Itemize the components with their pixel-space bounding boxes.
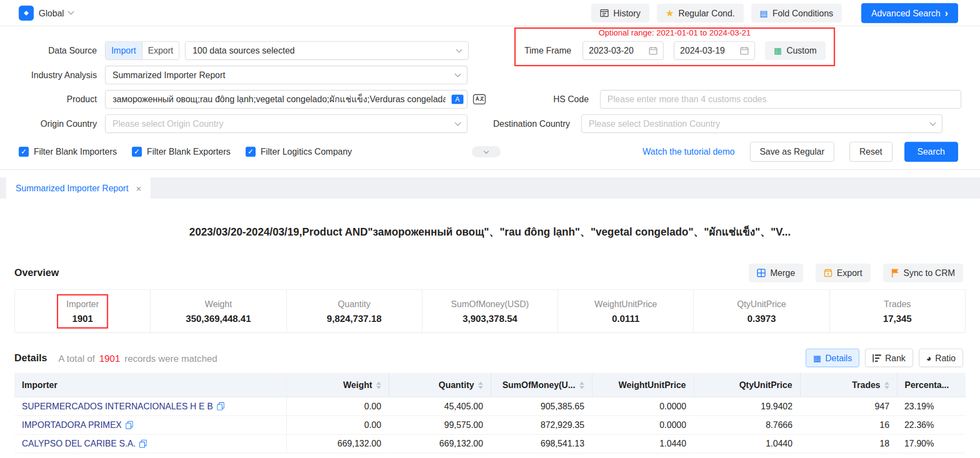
filter-blank-exporters-checkbox[interactable]: Filter Blank Exporters: [132, 147, 230, 157]
copy-icon[interactable]: [217, 402, 224, 410]
checkbox-label: Filter Logitics Company: [260, 147, 352, 157]
importer-cell[interactable]: SUPERMERCADOS INTERNACIONALES H E B: [14, 397, 286, 415]
search-button[interactable]: Search: [904, 142, 958, 162]
save-as-regular-button[interactable]: Save as Regular: [750, 142, 835, 162]
tab-summarized-importer-report[interactable]: Summarized Importer Report ×: [6, 178, 150, 199]
overview-title: Overview: [14, 267, 59, 279]
reset-button[interactable]: Reset: [849, 142, 892, 162]
checkbox-checked-icon[interactable]: [132, 147, 142, 157]
form-row-industry: Industry Analysis Summarized Importer Re…: [0, 66, 980, 84]
importer-name[interactable]: IMPORTADORA PRIMEX: [22, 420, 122, 430]
checkbox-label: Filter Blank Exporters: [147, 147, 231, 157]
column-label: SumOfMoney(U...: [503, 380, 575, 390]
sort-icon[interactable]: [478, 381, 483, 389]
sort-icon[interactable]: [376, 381, 381, 389]
copy-icon[interactable]: [139, 440, 147, 448]
col-weight[interactable]: Weight: [286, 373, 388, 396]
result-tabbar: Summarized Importer Report ×: [0, 178, 980, 199]
start-date-input[interactable]: 2023-03-20: [582, 41, 664, 60]
stat-value: 350,369,448.41: [186, 313, 251, 323]
filter-blank-importers-checkbox[interactable]: Filter Blank Importers: [19, 147, 116, 157]
stat-label: Importer: [66, 299, 99, 309]
sync-to-crm-button[interactable]: Sync to CRM: [883, 263, 963, 282]
view-rank-button[interactable]: Rank: [865, 349, 913, 367]
origin-country-select[interactable]: Please select Origin Country: [105, 114, 468, 133]
product-input[interactable]: [105, 90, 468, 109]
tutorial-demo-link[interactable]: Watch the tutorial demo: [643, 147, 734, 157]
star-icon: ★: [666, 8, 674, 17]
industry-analysis-value: Summarized Importer Report: [113, 70, 225, 80]
input-method-icon[interactable]: [472, 92, 486, 106]
col-quantity[interactable]: Quantity: [389, 373, 491, 396]
chevron-right-icon: ›: [945, 7, 948, 19]
col-importer: Importer: [14, 373, 286, 396]
table-row[interactable]: CALYPSO DEL CARIBE S.A. 669,132.00 669,1…: [14, 434, 965, 453]
fold-conditions-button[interactable]: ▤ Fold Conditions: [751, 3, 842, 22]
importer-cell[interactable]: IMPORTADORA PRIMEX: [14, 415, 286, 434]
stat-qty-unit-price: QtyUnitPrice 0.3973: [693, 290, 829, 332]
history-button[interactable]: History: [592, 3, 650, 22]
details-table: Importer Weight Quantity SumOfMoney(U...…: [14, 373, 965, 453]
col-trades[interactable]: Trades: [800, 373, 897, 396]
view-details-button[interactable]: ▦ Details: [806, 349, 859, 367]
regular-cond-button[interactable]: ★ Regular Cond.: [657, 3, 744, 22]
start-date-value: 2023-03-20: [589, 45, 634, 55]
form-row-datasource: Data Source Import Export 100 data sourc…: [0, 41, 980, 60]
table-row[interactable]: IMPORTADORA PRIMEX 0.00 99,575.00 872,92…: [14, 415, 965, 434]
import-toggle[interactable]: Import: [106, 42, 142, 60]
importer-cell[interactable]: CALYPSO DEL CARIBE S.A.: [14, 434, 286, 453]
quantity-cell: 45,405.00: [389, 397, 491, 415]
product-field-wrap: A: [105, 90, 468, 109]
col-sum-of-money[interactable]: SumOfMoney(U...: [491, 373, 592, 396]
calendar-icon: [740, 46, 749, 55]
checkbox-checked-icon[interactable]: [246, 147, 255, 157]
button-label: Regular Cond.: [678, 8, 734, 17]
sort-icon[interactable]: [579, 381, 584, 389]
collapse-form-button[interactable]: [472, 146, 501, 157]
translate-icon[interactable]: A: [451, 95, 464, 104]
data-source-select[interactable]: 100 data sources selected: [185, 41, 469, 60]
overview-stats: Importer 1901 Weight 350,369,448.41 Quan…: [14, 289, 965, 333]
button-label: Custom: [786, 45, 816, 55]
table-grid-icon: ▦: [813, 354, 821, 362]
percentage-cell: 23.19%: [897, 397, 966, 415]
stat-quantity: Quantity 9,824,737.18: [286, 290, 422, 332]
product-label: Product: [6, 95, 97, 104]
records-summary: A total of 1901 records were matched: [59, 353, 217, 363]
calendar-grid-icon: ▦: [774, 46, 782, 55]
custom-range-button[interactable]: ▦ Custom: [765, 41, 825, 60]
close-icon[interactable]: ×: [136, 183, 142, 193]
export-toggle[interactable]: Export: [142, 42, 179, 60]
merge-icon: [757, 268, 766, 277]
sum-cell: 698,541.13: [491, 434, 592, 453]
summary-prefix: A total of: [59, 353, 95, 363]
destination-country-select[interactable]: Please select Destination Country: [581, 114, 943, 133]
data-source-value: 100 data sources selected: [192, 45, 295, 55]
button-label: Fold Conditions: [772, 8, 833, 17]
end-date-input[interactable]: 2024-03-19: [674, 41, 755, 60]
calendar-icon: [649, 46, 657, 55]
importer-name[interactable]: CALYPSO DEL CARIBE S.A.: [22, 438, 136, 448]
stat-label: Weight: [205, 299, 232, 309]
importer-name[interactable]: SUPERMERCADOS INTERNACIONALES H E B: [22, 401, 213, 411]
flag-icon: [891, 268, 899, 277]
chevron-down-icon: [454, 71, 460, 77]
checkbox-checked-icon[interactable]: [19, 147, 28, 157]
view-ratio-button[interactable]: ◕ Ratio: [919, 349, 963, 367]
origin-country-label: Origin Country: [6, 119, 97, 128]
sort-icon[interactable]: [884, 381, 889, 389]
merge-button[interactable]: Merge: [749, 263, 803, 282]
table-header-row: Importer Weight Quantity SumOfMoney(U...…: [14, 373, 965, 396]
filter-logistics-company-checkbox[interactable]: Filter Logitics Company: [246, 147, 352, 157]
export-button[interactable]: Export: [815, 263, 870, 282]
copy-icon[interactable]: [125, 421, 133, 429]
table-row[interactable]: SUPERMERCADOS INTERNACIONALES H E B 0.00…: [14, 397, 965, 415]
button-label: Ratio: [935, 353, 955, 363]
industry-analysis-select[interactable]: Summarized Importer Report: [105, 66, 468, 84]
hs-code-input[interactable]: [600, 90, 961, 109]
region-selector[interactable]: ◆ Global: [19, 5, 73, 20]
form-footer: Filter Blank Importers Filter Blank Expo…: [0, 142, 980, 162]
percentage-cell: 22.36%: [897, 415, 966, 434]
advanced-search-button[interactable]: Advanced Search ›: [861, 3, 958, 23]
button-label: Merge: [770, 268, 795, 278]
